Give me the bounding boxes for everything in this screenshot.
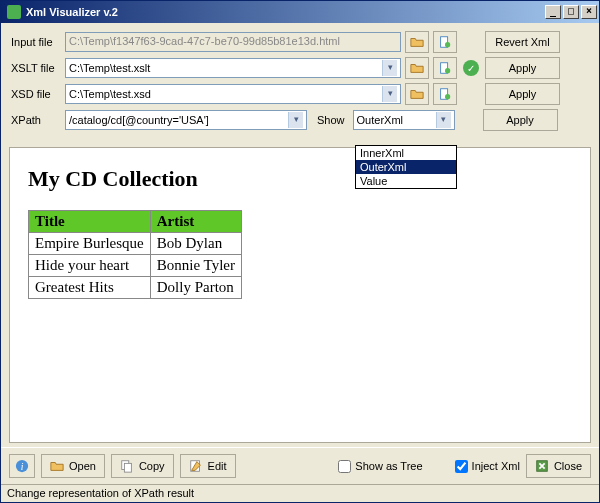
xpath-value: /catalog/cd[@country='USA'] bbox=[69, 114, 209, 126]
edit-label: Edit bbox=[208, 460, 227, 472]
label-xslt-file: XSLT file bbox=[9, 62, 61, 74]
label-xsd-file: XSD file bbox=[9, 88, 61, 100]
folder-icon bbox=[410, 87, 424, 101]
svg-point-1 bbox=[445, 42, 450, 47]
show-option-outerxml[interactable]: OuterXml bbox=[356, 160, 456, 174]
show-as-tree-checkbox[interactable]: Show as Tree bbox=[338, 460, 422, 473]
copy-icon bbox=[120, 459, 134, 473]
chevron-down-icon: ▾ bbox=[436, 112, 451, 128]
app-icon bbox=[7, 5, 21, 19]
col-artist: Artist bbox=[150, 211, 241, 233]
input-file-field[interactable]: C:\Temp\f1347f63-9cad-47c7-be70-99d85b81… bbox=[65, 32, 401, 52]
page-new-icon bbox=[438, 35, 452, 49]
inject-xml-label: Inject Xml bbox=[472, 460, 520, 472]
cell-title: Empire Burlesque bbox=[29, 233, 151, 255]
browse-xslt-button[interactable] bbox=[405, 57, 429, 79]
row-input-file: Input file C:\Temp\f1347f63-9cad-47c7-be… bbox=[9, 31, 591, 53]
copy-button[interactable]: Copy bbox=[111, 454, 174, 478]
cell-artist: Dolly Parton bbox=[150, 277, 241, 299]
xslt-file-field[interactable]: C:\Temp\test.xslt ▾ bbox=[65, 58, 401, 78]
browse-input-file-button[interactable] bbox=[405, 31, 429, 53]
show-option-value[interactable]: Value bbox=[356, 174, 456, 188]
document-heading: My CD Collection bbox=[28, 166, 572, 192]
check-ok-icon: ✓ bbox=[463, 60, 479, 76]
toolbar: i Open Copy Edit Show as Tree I bbox=[1, 447, 599, 484]
xslt-file-value: C:\Temp\test.xslt bbox=[69, 62, 150, 74]
inject-xml-input[interactable] bbox=[455, 460, 468, 473]
cell-artist: Bob Dylan bbox=[150, 233, 241, 255]
clear-xsd-button[interactable] bbox=[433, 83, 457, 105]
table-header-row: Title Artist bbox=[29, 211, 242, 233]
chevron-down-icon: ▾ bbox=[382, 86, 397, 102]
window-title: Xml Visualizer v.2 bbox=[26, 6, 545, 18]
show-dropdown[interactable]: OuterXml ▾ bbox=[353, 110, 455, 130]
content-pane: My CD Collection Title Artist Empire Bur… bbox=[9, 147, 591, 443]
form-area: Input file C:\Temp\f1347f63-9cad-47c7-be… bbox=[1, 23, 599, 143]
clear-xslt-button[interactable] bbox=[433, 57, 457, 79]
apply-xsd-button[interactable]: Apply bbox=[485, 83, 560, 105]
label-show: Show bbox=[317, 114, 345, 126]
folder-open-icon bbox=[50, 459, 64, 473]
browse-xsd-button[interactable] bbox=[405, 83, 429, 105]
cell-title: Hide your heart bbox=[29, 255, 151, 277]
cell-artist: Bonnie Tyler bbox=[150, 255, 241, 277]
chevron-down-icon: ▾ bbox=[382, 60, 397, 76]
label-input-file: Input file bbox=[9, 36, 61, 48]
close-button[interactable]: Close bbox=[526, 454, 591, 478]
info-icon: i bbox=[15, 459, 29, 473]
table-row: Hide your heart Bonnie Tyler bbox=[29, 255, 242, 277]
open-label: Open bbox=[69, 460, 96, 472]
inject-xml-checkbox[interactable]: Inject Xml bbox=[455, 460, 520, 473]
xsd-file-value: C:\Temp\test.xsd bbox=[69, 88, 151, 100]
svg-rect-9 bbox=[124, 463, 131, 472]
show-value: OuterXml bbox=[357, 114, 403, 126]
window-buttons: _ □ × bbox=[545, 5, 597, 19]
apply-xpath-button[interactable]: Apply bbox=[483, 109, 558, 131]
open-button[interactable]: Open bbox=[41, 454, 105, 478]
clear-input-file-button[interactable] bbox=[433, 31, 457, 53]
cell-title: Greatest Hits bbox=[29, 277, 151, 299]
apply-xslt-button[interactable]: Apply bbox=[485, 57, 560, 79]
show-as-tree-label: Show as Tree bbox=[355, 460, 422, 472]
show-as-tree-input[interactable] bbox=[338, 460, 351, 473]
page-new-icon bbox=[438, 61, 452, 75]
chevron-down-icon: ▾ bbox=[288, 112, 303, 128]
edit-icon bbox=[189, 459, 203, 473]
maximize-button[interactable]: □ bbox=[563, 5, 579, 19]
show-dropdown-list[interactable]: InnerXml OuterXml Value bbox=[355, 145, 457, 189]
show-option-innerxml[interactable]: InnerXml bbox=[356, 146, 456, 160]
status-text: Change representation of XPath result bbox=[7, 487, 194, 499]
row-xpath: XPath /catalog/cd[@country='USA'] ▾ Show… bbox=[9, 109, 591, 131]
svg-text:i: i bbox=[21, 461, 24, 472]
info-button[interactable]: i bbox=[9, 454, 35, 478]
row-xsd-file: XSD file C:\Temp\test.xsd ▾ Apply bbox=[9, 83, 591, 105]
close-icon bbox=[535, 459, 549, 473]
folder-icon bbox=[410, 35, 424, 49]
svg-point-5 bbox=[445, 94, 450, 99]
client-area: Input file C:\Temp\f1347f63-9cad-47c7-be… bbox=[1, 23, 599, 502]
label-xpath: XPath bbox=[9, 114, 61, 126]
table-row: Greatest Hits Dolly Parton bbox=[29, 277, 242, 299]
svg-point-3 bbox=[445, 68, 450, 73]
edit-button[interactable]: Edit bbox=[180, 454, 236, 478]
page-new-icon bbox=[438, 87, 452, 101]
col-title: Title bbox=[29, 211, 151, 233]
input-file-value: C:\Temp\f1347f63-9cad-47c7-be70-99d85b81… bbox=[69, 35, 340, 47]
titlebar: Xml Visualizer v.2 _ □ × bbox=[1, 1, 599, 23]
statusbar: Change representation of XPath result bbox=[1, 484, 599, 502]
xpath-field[interactable]: /catalog/cd[@country='USA'] ▾ bbox=[65, 110, 307, 130]
table-row: Empire Burlesque Bob Dylan bbox=[29, 233, 242, 255]
xsd-file-field[interactable]: C:\Temp\test.xsd ▾ bbox=[65, 84, 401, 104]
close-window-button[interactable]: × bbox=[581, 5, 597, 19]
copy-label: Copy bbox=[139, 460, 165, 472]
row-xslt-file: XSLT file C:\Temp\test.xslt ▾ ✓ Apply bbox=[9, 57, 591, 79]
app-window: Xml Visualizer v.2 _ □ × Input file C:\T… bbox=[0, 0, 600, 503]
revert-xml-button[interactable]: Revert Xml bbox=[485, 31, 560, 53]
folder-icon bbox=[410, 61, 424, 75]
cd-table: Title Artist Empire Burlesque Bob Dylan … bbox=[28, 210, 242, 299]
minimize-button[interactable]: _ bbox=[545, 5, 561, 19]
close-label: Close bbox=[554, 460, 582, 472]
